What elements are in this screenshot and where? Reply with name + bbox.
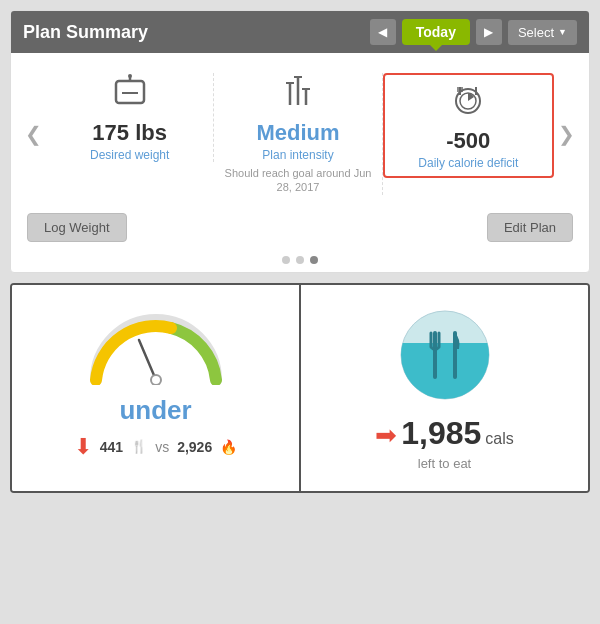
edit-plan-button[interactable]: Edit Plan [487,213,573,242]
plan-content: ❮ 175 lbs Desired weight [11,53,589,205]
food-card: ➡ 1,985 cals left to eat [301,285,588,491]
dot-3 [310,256,318,264]
intensity-label: Plan intensity [224,148,371,162]
left-to-eat-label: left to eat [317,456,572,471]
plan-footer: Log Weight Edit Plan [11,205,589,256]
right-nav-arrow[interactable]: ❯ [554,122,579,146]
deficit-icon [395,81,542,124]
weight-card: 175 lbs Desired weight [46,73,214,162]
intensity-sublabel: Should reach goal around Jun 28, 2017 [224,166,371,195]
deficit-value: -500 [395,128,542,154]
svg-point-17 [151,375,161,385]
fire-icon: 🔥 [220,439,237,455]
header-controls: ◀ Today ▶ Select [370,19,577,45]
eaten-value: 441 [100,439,123,455]
plan-summary-panel: Plan Summary ◀ Today ▶ Select ❮ 175 [10,10,590,273]
gauge-status: under [28,395,283,426]
burned-value: 2,926 [177,439,212,455]
gauge-svg [81,305,231,385]
plan-header: Plan Summary ◀ Today ▶ Select [11,11,589,53]
log-weight-button[interactable]: Log Weight [27,213,127,242]
svg-point-2 [128,74,132,78]
dot-2 [296,256,304,264]
intensity-value: Medium [224,120,371,146]
weight-label: Desired weight [56,148,203,162]
plan-title: Plan Summary [23,22,148,43]
next-arrow-button[interactable]: ▶ [476,19,502,45]
stat-bottom-row: ⬇ 441 🍴 vs 2,926 🔥 [28,434,283,460]
svg-line-16 [139,340,156,380]
deficit-card: -500 Daily calorie deficit [383,73,554,178]
today-button[interactable]: Today [402,19,470,45]
plan-cards: 175 lbs Desired weight Medium Plan i [46,73,554,195]
select-button[interactable]: Select [508,20,577,45]
gauge-card: under ⬇ 441 🍴 vs 2,926 🔥 [12,285,301,491]
carousel-dots [11,256,589,272]
intensity-icon [224,73,371,116]
weight-value: 175 lbs [56,120,203,146]
intensity-card: Medium Plan intensity Should reach goal … [214,73,382,195]
calories-number: 1,985 [401,415,481,452]
food-circle-svg [395,305,495,405]
left-nav-arrow[interactable]: ❮ [21,122,46,146]
calories-display: ➡ 1,985 cals [317,415,572,452]
calories-unit: cals [485,430,513,448]
prev-arrow-button[interactable]: ◀ [370,19,396,45]
dot-1 [282,256,290,264]
weight-icon [56,73,203,116]
food-circle [395,305,495,405]
utensils-icon: 🍴 [131,439,147,454]
gauge-container [81,305,231,385]
right-arrow-icon: ➡ [375,420,397,451]
deficit-label: Daily calorie deficit [395,156,542,170]
down-arrow-icon: ⬇ [74,434,92,460]
stats-section: under ⬇ 441 🍴 vs 2,926 🔥 [10,283,590,493]
vs-label: vs [155,439,169,455]
